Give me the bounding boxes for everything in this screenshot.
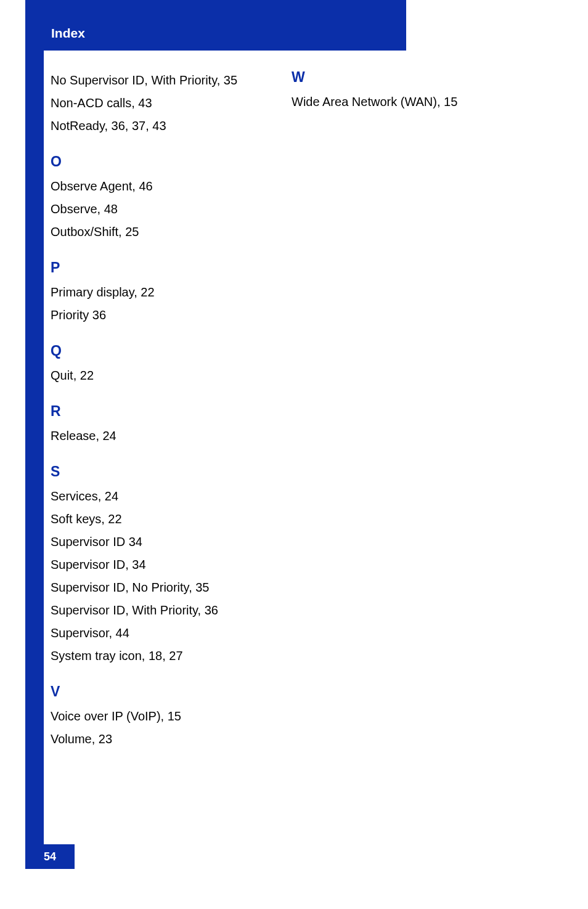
content-columns: No Supervisor ID, With Priority, 35 Non-… — [51, 69, 519, 767]
section-letter: V — [51, 683, 278, 700]
section-letter: R — [51, 403, 278, 420]
index-entry: Supervisor, 44 — [51, 622, 278, 645]
index-entry: Supervisor ID, With Priority, 36 — [51, 599, 278, 622]
index-entry: Primary display, 22 — [51, 281, 278, 304]
page-number: 54 — [25, 844, 75, 869]
index-entry: Observe, 48 — [51, 198, 278, 221]
section-letter: W — [292, 69, 519, 86]
section-letter: P — [51, 259, 278, 276]
header-title: Index — [51, 26, 85, 41]
index-entry: Release, 24 — [51, 425, 278, 447]
index-entry: Soft keys, 22 — [51, 508, 278, 531]
index-entry: Voice over IP (VoIP), 15 — [51, 705, 278, 728]
index-entry: Supervisor ID, 34 — [51, 553, 278, 576]
index-entry: Outbox/Shift, 25 — [51, 221, 278, 243]
continued-entries: No Supervisor ID, With Priority, 35 Non-… — [51, 69, 278, 137]
index-entry: Volume, 23 — [51, 728, 278, 751]
index-entry: System tray icon, 18, 27 — [51, 645, 278, 667]
index-entry: Non-ACD calls, 43 — [51, 92, 278, 115]
section-entries: Release, 24 — [51, 425, 278, 447]
right-column: W Wide Area Network (WAN), 15 — [292, 69, 519, 767]
section-entries: Quit, 22 — [51, 364, 278, 387]
section-entries: Primary display, 22 Priority 36 — [51, 281, 278, 327]
left-margin-bar — [25, 0, 44, 869]
index-entry: Services, 24 — [51, 485, 278, 508]
index-entry: No Supervisor ID, With Priority, 35 — [51, 69, 278, 92]
header-bar: Index — [25, 16, 406, 51]
index-entry: Supervisor ID 34 — [51, 531, 278, 553]
index-entry: Observe Agent, 46 — [51, 175, 278, 198]
header-tab — [25, 0, 406, 16]
page-number-value: 54 — [44, 850, 56, 863]
section-letter: O — [51, 153, 278, 170]
section-entries: Services, 24 Soft keys, 22 Supervisor ID… — [51, 485, 278, 667]
section-letter: S — [51, 463, 278, 480]
section-entries: Observe Agent, 46 Observe, 48 Outbox/Shi… — [51, 175, 278, 243]
left-column: No Supervisor ID, With Priority, 35 Non-… — [51, 69, 278, 767]
index-entry: Quit, 22 — [51, 364, 278, 387]
section-letter: Q — [51, 343, 278, 359]
section-entries: Voice over IP (VoIP), 15 Volume, 23 — [51, 705, 278, 751]
index-entry: Priority 36 — [51, 304, 278, 327]
index-entry: Wide Area Network (WAN), 15 — [292, 91, 519, 113]
index-entry: Supervisor ID, No Priority, 35 — [51, 576, 278, 599]
section-entries: Wide Area Network (WAN), 15 — [292, 91, 519, 113]
index-entry: NotReady, 36, 37, 43 — [51, 115, 278, 137]
